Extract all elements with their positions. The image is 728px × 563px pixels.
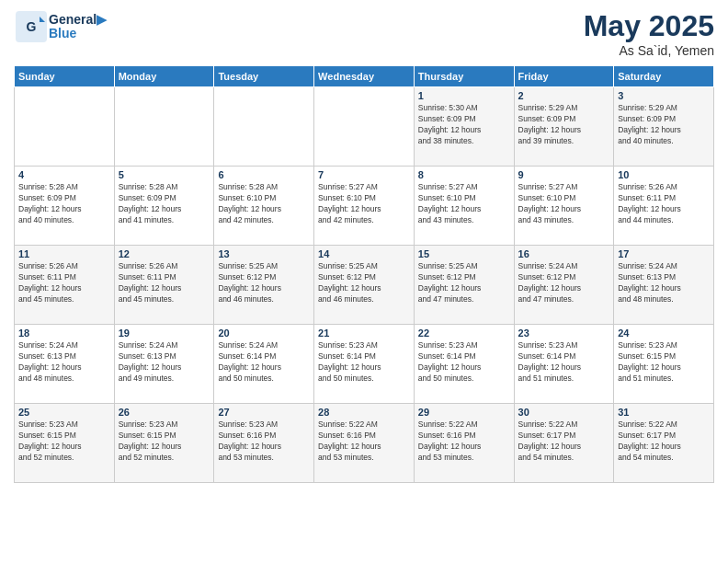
day-cell: 29Sunrise: 5:22 AMSunset: 6:16 PMDayligh… [414, 404, 514, 483]
day-cell: 25Sunrise: 5:23 AMSunset: 6:15 PMDayligh… [15, 404, 115, 483]
cell-line: Sunset: 6:13 PM [618, 272, 710, 283]
cell-line: and 42 minutes. [318, 215, 410, 226]
day-cell: 20Sunrise: 5:24 AMSunset: 6:14 PMDayligh… [214, 325, 314, 404]
header: G General▶ Blue May 2025 As Sa`id, Yemen [14, 9, 714, 58]
cell-line: Sunrise: 5:27 AM [318, 182, 410, 193]
cell-line: Daylight: 12 hours [318, 362, 410, 373]
cell-line: Daylight: 12 hours [218, 204, 310, 215]
cell-line: Sunset: 6:11 PM [18, 272, 110, 283]
week-row-1: 1Sunrise: 5:30 AMSunset: 6:09 PMDaylight… [15, 87, 714, 167]
cell-line: Daylight: 12 hours [318, 204, 410, 215]
cell-line: Daylight: 12 hours [119, 283, 210, 294]
day-number: 31 [618, 407, 710, 418]
cell-line: Sunrise: 5:23 AM [618, 340, 710, 351]
cell-line: Sunrise: 5:28 AM [218, 182, 310, 193]
cell-line: Daylight: 12 hours [18, 204, 110, 215]
cell-line: Daylight: 12 hours [518, 204, 610, 215]
cell-line: and 44 minutes. [618, 215, 710, 226]
cell-line: Sunset: 6:12 PM [418, 272, 510, 283]
cell-line: Sunset: 6:14 PM [418, 351, 510, 362]
cell-line: Sunset: 6:09 PM [518, 114, 610, 125]
day-number: 14 [318, 248, 410, 259]
cell-line: Sunset: 6:11 PM [618, 193, 710, 204]
cell-line: Sunrise: 5:22 AM [318, 419, 410, 431]
cell-line: Sunrise: 5:26 AM [618, 182, 710, 193]
day-cell: 11Sunrise: 5:26 AMSunset: 6:11 PMDayligh… [15, 246, 115, 325]
cell-line: Daylight: 12 hours [618, 283, 710, 294]
svg-text:G: G [27, 19, 37, 34]
day-number: 13 [218, 248, 310, 259]
day-header-saturday: Saturday [614, 66, 714, 87]
cell-line: and 40 minutes. [18, 215, 110, 226]
day-number: 5 [119, 169, 210, 180]
cell-line: Sunset: 6:09 PM [119, 193, 210, 204]
logo-text: General▶ [49, 13, 107, 27]
cell-line: and 50 minutes. [418, 373, 510, 385]
day-number: 11 [18, 248, 110, 259]
cell-line: Sunset: 6:10 PM [418, 193, 510, 204]
day-cell: 2Sunrise: 5:29 AMSunset: 6:09 PMDaylight… [514, 87, 614, 167]
day-cell: 30Sunrise: 5:22 AMSunset: 6:17 PMDayligh… [514, 404, 614, 483]
day-header-thursday: Thursday [414, 66, 514, 87]
day-cell: 9Sunrise: 5:27 AMSunset: 6:10 PMDaylight… [514, 167, 614, 246]
cell-line: and 53 minutes. [218, 453, 310, 464]
day-number: 24 [618, 327, 710, 339]
cell-line: and 43 minutes. [518, 215, 610, 226]
day-header-tuesday: Tuesday [214, 66, 314, 87]
cell-line: and 43 minutes. [418, 215, 510, 226]
cell-line: Sunrise: 5:22 AM [418, 419, 510, 431]
day-number: 9 [518, 169, 610, 180]
cell-line: and 51 minutes. [518, 373, 610, 385]
cell-line: Sunset: 6:10 PM [218, 193, 310, 204]
cell-line: Sunrise: 5:25 AM [418, 261, 510, 272]
cell-line: Daylight: 12 hours [418, 283, 510, 294]
cell-line: Daylight: 12 hours [318, 283, 410, 294]
cell-line: and 46 minutes. [318, 294, 410, 305]
location: As Sa`id, Yemen [584, 43, 714, 58]
cell-line: and 38 minutes. [418, 136, 510, 147]
day-number: 23 [518, 327, 610, 339]
cell-line: and 45 minutes. [18, 294, 110, 305]
day-number: 4 [18, 169, 110, 180]
day-number: 18 [18, 327, 110, 339]
day-number: 7 [318, 169, 410, 180]
cell-line: Sunset: 6:13 PM [119, 351, 210, 362]
day-cell: 1Sunrise: 5:30 AMSunset: 6:09 PMDaylight… [414, 87, 514, 167]
month-title: May 2025 [584, 9, 714, 43]
cell-line: Sunrise: 5:23 AM [119, 419, 210, 431]
day-cell [214, 87, 314, 167]
day-header-monday: Monday [114, 66, 214, 87]
day-cell: 12Sunrise: 5:26 AMSunset: 6:11 PMDayligh… [114, 246, 214, 325]
cell-line: Sunrise: 5:23 AM [218, 419, 310, 431]
day-header-wednesday: Wednesday [314, 66, 415, 87]
day-cell: 10Sunrise: 5:26 AMSunset: 6:11 PMDayligh… [614, 167, 714, 246]
cell-line: Sunrise: 5:24 AM [618, 261, 710, 272]
cell-line: and 41 minutes. [119, 215, 210, 226]
day-number: 26 [119, 407, 210, 418]
cell-line: and 45 minutes. [119, 294, 210, 305]
cell-line: Sunset: 6:10 PM [318, 193, 410, 204]
day-cell: 13Sunrise: 5:25 AMSunset: 6:12 PMDayligh… [214, 246, 314, 325]
cell-line: and 47 minutes. [418, 294, 510, 305]
cell-line: Sunrise: 5:24 AM [218, 340, 310, 351]
title-block: May 2025 As Sa`id, Yemen [584, 9, 714, 58]
cell-line: Sunset: 6:16 PM [318, 431, 410, 442]
logo-general: General [49, 12, 97, 27]
day-number: 25 [18, 407, 110, 418]
cell-line: and 54 minutes. [518, 453, 610, 464]
cell-line: and 53 minutes. [318, 453, 410, 464]
cell-line: Sunset: 6:15 PM [119, 431, 210, 442]
day-cell: 4Sunrise: 5:28 AMSunset: 6:09 PMDaylight… [15, 167, 115, 246]
cell-line: Daylight: 12 hours [218, 362, 310, 373]
day-cell: 19Sunrise: 5:24 AMSunset: 6:13 PMDayligh… [114, 325, 214, 404]
day-header-sunday: Sunday [15, 66, 115, 87]
day-number: 2 [518, 90, 610, 101]
cell-line: Daylight: 12 hours [618, 362, 710, 373]
week-row-5: 25Sunrise: 5:23 AMSunset: 6:15 PMDayligh… [15, 404, 714, 483]
cell-line: Sunset: 6:11 PM [119, 272, 210, 283]
cell-line: Sunrise: 5:24 AM [518, 261, 610, 272]
cell-line: and 52 minutes. [119, 453, 210, 464]
cell-line: and 52 minutes. [18, 453, 110, 464]
day-cell: 26Sunrise: 5:23 AMSunset: 6:15 PMDayligh… [114, 404, 214, 483]
day-cell: 17Sunrise: 5:24 AMSunset: 6:13 PMDayligh… [614, 246, 714, 325]
